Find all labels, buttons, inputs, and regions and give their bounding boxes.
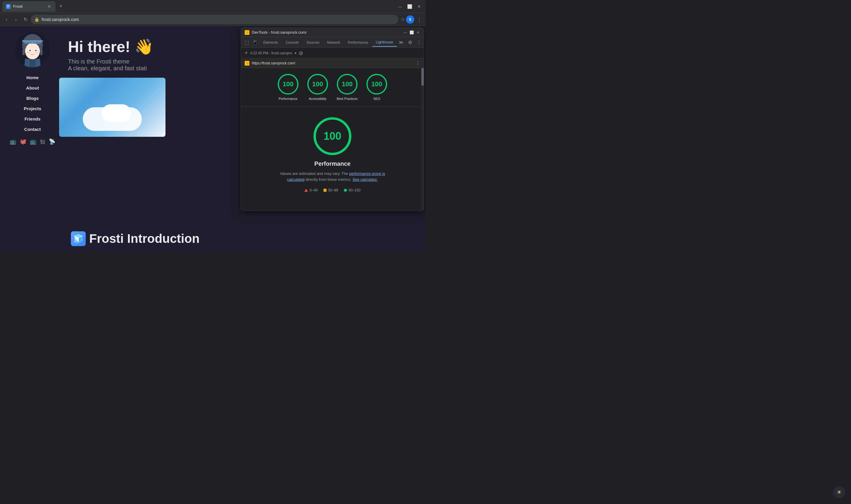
nav-contact[interactable]: Contact xyxy=(9,125,56,133)
address-text: frosti.saroprock.com xyxy=(42,17,395,22)
nav-about[interactable]: About xyxy=(9,84,56,92)
devtools-close[interactable]: ✕ xyxy=(416,31,420,35)
see-calculator-link[interactable]: See calculator. xyxy=(352,177,378,182)
tab-lighthouse[interactable]: Lighthouse xyxy=(372,38,397,47)
average-icon xyxy=(324,189,327,192)
page-favicon: 🔶 xyxy=(245,61,249,66)
big-gauge-area: 100 Performance Values are estimated and… xyxy=(241,107,424,201)
accessibility-label: Accessibility xyxy=(309,97,327,101)
refresh-button[interactable]: ↻ xyxy=(21,15,30,24)
inspect-icon[interactable]: ⬚ xyxy=(243,38,250,47)
devtools-settings-icon[interactable]: ⚙ xyxy=(408,40,412,45)
bilibili-icon[interactable]: 📺 xyxy=(10,138,16,145)
back-button[interactable]: ‹ xyxy=(2,15,11,24)
active-tab[interactable]: F Frosti ✕ xyxy=(2,1,56,12)
scores-container: 100 Performance 100 Accessibility xyxy=(241,68,424,107)
nav-links: Home About Blogs Projects Friends Contac… xyxy=(9,73,56,133)
avatar-image xyxy=(15,32,50,67)
devtools-scrollbar[interactable] xyxy=(421,68,424,210)
tab-elements[interactable]: Elements xyxy=(260,39,282,47)
tab-console[interactable]: Console xyxy=(282,39,302,47)
rss-icon[interactable]: 📡 xyxy=(49,138,55,145)
seo-value: 100 xyxy=(372,80,382,88)
svg-point-2 xyxy=(25,43,40,59)
github-icon[interactable]: 🐙 xyxy=(20,138,26,145)
accessibility-circle: 100 xyxy=(307,74,328,94)
svg-point-12 xyxy=(35,52,39,53)
page-url-bar: 🔶 https://frosti.saroprock.com/ ⋮ xyxy=(241,58,424,68)
devtools-more-menu[interactable]: ⋮ xyxy=(417,40,421,45)
add-report-button[interactable]: + xyxy=(245,50,248,56)
nav-friends[interactable]: Friends xyxy=(9,115,56,123)
performance-circle: 100 xyxy=(278,74,298,94)
page-options-menu[interactable]: ⋮ xyxy=(415,60,420,66)
best-practices-circle: 100 xyxy=(337,74,358,94)
tab-close-button[interactable]: ✕ xyxy=(47,4,52,9)
pass-range: 90–100 xyxy=(349,188,361,192)
tab-network[interactable]: Network xyxy=(324,39,344,47)
forward-button[interactable]: › xyxy=(12,15,20,24)
address-bar-row: ‹ › ↻ 🔒 frosti.saroprock.com ☆ S ⋮ xyxy=(0,13,426,26)
scrollbar-thumb[interactable] xyxy=(421,68,424,86)
profile-button[interactable]: S xyxy=(406,15,414,24)
tab-bar-row: F Frosti ✕ + — ⬜ ✕ xyxy=(0,0,426,13)
lock-icon: 🔒 xyxy=(34,17,39,22)
desc-before-link: Values are estimated and may vary. The xyxy=(280,172,349,176)
new-tab-button[interactable]: + xyxy=(57,2,65,11)
tab-favicon: F xyxy=(6,4,11,9)
zhihu-icon[interactable]: 知 xyxy=(40,138,45,145)
big-performance-gauge: 100 xyxy=(312,115,353,157)
page-url: https://frosti.saroprock.com/ xyxy=(252,61,413,65)
minimize-button[interactable]: — xyxy=(396,2,404,11)
best-practices-value: 100 xyxy=(342,80,353,88)
svg-point-14 xyxy=(32,42,33,43)
score-legend: 0–49 50–89 90–100 xyxy=(304,188,361,192)
average-range: 50–89 xyxy=(328,188,338,192)
nav-home[interactable]: Home xyxy=(9,73,56,82)
lighthouse-content[interactable]: 100 Performance 100 Accessibility xyxy=(241,68,424,201)
devtools-favicon: 🔶 xyxy=(245,30,249,35)
more-tabs-button[interactable]: ≫ xyxy=(399,40,404,45)
pass-icon xyxy=(344,189,347,192)
window-controls: — ⬜ ✕ xyxy=(396,2,423,11)
frosti-cube-icon: 🧊 xyxy=(71,231,86,246)
big-gauge-value: 100 xyxy=(324,130,341,142)
maximize-button[interactable]: ⬜ xyxy=(405,2,414,11)
device-icon[interactable]: 📱 xyxy=(251,38,259,47)
devtools-window-controls: — ⬜ ✕ xyxy=(403,31,420,35)
accessibility-value: 100 xyxy=(312,80,323,88)
legend-pass: 90–100 xyxy=(344,188,361,192)
svg-point-11 xyxy=(26,52,30,53)
tab-bar: F Frosti ✕ + xyxy=(2,1,396,12)
nav-blogs[interactable]: Blogs xyxy=(9,94,56,103)
tab-title: Frosti xyxy=(13,4,44,8)
lighthouse-url-bar: + 4:22:45 PM - frosti.saropro ▾ ⊘ xyxy=(241,48,424,58)
tab-performance[interactable]: Performance xyxy=(344,39,372,47)
score-accessibility: 100 Accessibility xyxy=(307,74,328,101)
legend-fail: 0–49 xyxy=(304,188,318,192)
close-button[interactable]: ✕ xyxy=(415,2,423,11)
menu-button[interactable]: ⋮ xyxy=(415,15,423,24)
score-best-practices: 100 Best Practices xyxy=(337,74,358,101)
frosti-intro-title: Frosti Introduction xyxy=(89,232,199,246)
performance-label: Performance xyxy=(279,97,297,101)
fail-icon xyxy=(304,189,308,192)
address-bar[interactable]: 🔒 frosti.saroprock.com xyxy=(31,15,398,24)
devtools-maximize[interactable]: ⬜ xyxy=(410,31,414,35)
devtools-minimize[interactable]: — xyxy=(403,31,407,35)
clear-report-button[interactable]: ⊘ xyxy=(299,50,303,56)
tv-icon[interactable]: 📺 xyxy=(30,138,36,145)
sparkle-background xyxy=(241,68,424,107)
nav-projects[interactable]: Projects xyxy=(9,104,56,113)
big-performance-label: Performance xyxy=(314,160,350,167)
cloud-image xyxy=(59,78,165,137)
devtools-tabs: ⬚ 📱 Elements Console Sources Network Per… xyxy=(241,37,424,48)
svg-point-15 xyxy=(33,43,35,44)
main-content: Hi there! 👋 This is the Frosti theme A c… xyxy=(56,26,426,252)
report-timestamp: 4:22:45 PM - frosti.saropro xyxy=(250,51,292,55)
tab-sources[interactable]: Sources xyxy=(303,39,323,47)
svg-point-13 xyxy=(31,43,32,44)
bookmark-button[interactable]: ☆ xyxy=(401,17,405,22)
dropdown-arrow[interactable]: ▾ xyxy=(295,51,296,55)
svg-rect-4 xyxy=(22,40,43,42)
